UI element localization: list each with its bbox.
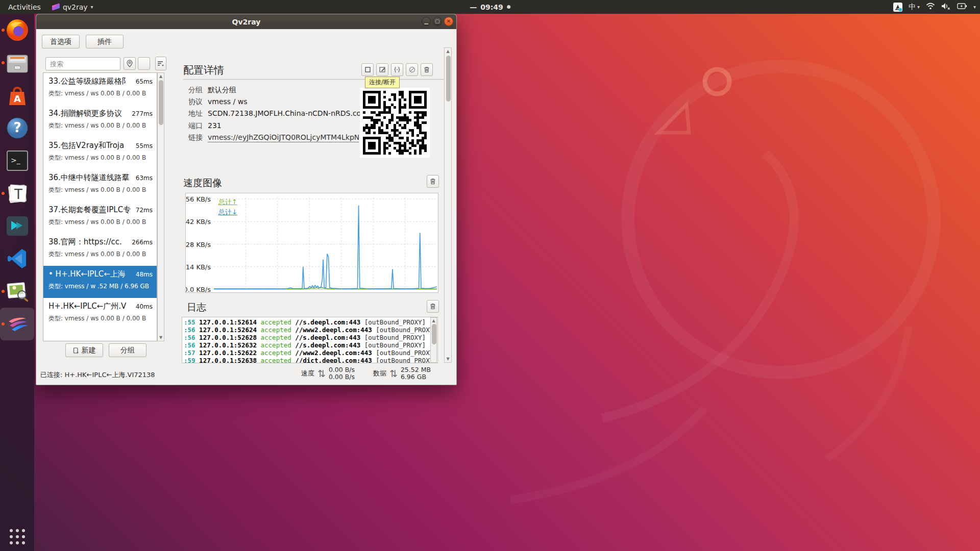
server-list-scrollbar[interactable]: ▲ ▼ bbox=[157, 72, 164, 341]
stop-icon bbox=[365, 67, 371, 72]
window-titlebar[interactable]: Qv2ray ▁ ▢ ✕ bbox=[36, 14, 456, 29]
dock-item-file-manager[interactable] bbox=[0, 46, 34, 79]
field-value: SCDN.72138.JMOFLH.China-nCDN-nRDS.com bbox=[208, 109, 368, 118]
data-status: 数据 ⇅ 25.52 MB 6.96 GB bbox=[373, 366, 431, 381]
scrollbar-thumb[interactable] bbox=[446, 56, 451, 102]
clock-dash: — bbox=[470, 3, 477, 11]
server-list-item[interactable]: 35.包括V2ray和Troja55ms类型: vmess / ws 0.00 … bbox=[43, 137, 157, 169]
firefox-icon bbox=[5, 17, 30, 43]
dock-item-help[interactable]: ? bbox=[0, 112, 34, 144]
server-name: 37.长期套餐覆盖IPLC专 bbox=[48, 205, 134, 215]
svg-text:>_: >_ bbox=[11, 156, 21, 164]
delete-connection-button[interactable] bbox=[421, 63, 433, 76]
trash-icon bbox=[430, 178, 436, 185]
server-type-traffic: 类型: vmess / ws 0.00 B / 0.00 B bbox=[48, 89, 153, 98]
server-ping: 266ms bbox=[132, 239, 153, 246]
dock-item-text-editor[interactable]: T bbox=[0, 177, 34, 210]
server-list-item[interactable]: 34.捐贈解锁更多协议277ms类型: vmess / ws 0.00 B / … bbox=[43, 105, 157, 137]
activities-button[interactable]: Activities bbox=[6, 3, 43, 11]
input-method-icon[interactable] bbox=[893, 3, 902, 12]
dock-item-ubuntu-software[interactable]: A bbox=[0, 79, 34, 112]
server-ping: 40ms bbox=[136, 303, 153, 310]
scroll-down-icon[interactable]: ▼ bbox=[158, 335, 164, 340]
dock-item-dev-app[interactable] bbox=[0, 210, 34, 242]
wifi-icon[interactable] bbox=[926, 2, 935, 12]
speed-status: 速度 ⇅ 0.00 B/s 0.00 B/s bbox=[301, 366, 355, 381]
connect-disconnect-button[interactable] bbox=[361, 63, 374, 76]
preferences-button[interactable]: 首选项 bbox=[42, 35, 80, 48]
svg-text:?: ? bbox=[13, 120, 21, 135]
server-type-traffic: 类型: vmess / ws 0.00 B / 0.00 B bbox=[48, 218, 153, 227]
server-name: 38.官网：https://cc. bbox=[48, 237, 130, 247]
plugins-button[interactable]: 插件 bbox=[86, 35, 124, 48]
scroll-up-icon[interactable]: ▲ bbox=[158, 74, 164, 79]
system-menu-chevron-icon[interactable]: ▾ bbox=[973, 4, 976, 10]
ubuntu-software-icon: A bbox=[5, 83, 30, 108]
server-type-traffic: 类型: vmess / ws 0.00 B / 0.00 B bbox=[48, 250, 153, 259]
legend-total-down[interactable]: 总计↓ bbox=[218, 208, 237, 217]
field-value[interactable]: vmess://eyJhZGQiOiJTQ0ROLjcyMTM4LkpNT0ZM… bbox=[208, 133, 359, 142]
dock-item-vscode[interactable] bbox=[0, 242, 34, 275]
server-name: • H+.HK←IPLC←上海 bbox=[48, 269, 134, 279]
edit-connection-button[interactable] bbox=[376, 63, 388, 76]
scrollbar-thumb[interactable] bbox=[159, 80, 163, 125]
groups-button[interactable]: 分组 bbox=[109, 343, 146, 357]
clear-usage-button[interactable] bbox=[138, 57, 150, 70]
detail-field: 分组默认分组 bbox=[188, 86, 236, 95]
server-list-item[interactable]: 36.中继中转隧道线路羣63ms类型: vmess / ws 0.00 B / … bbox=[43, 169, 157, 202]
server-name: 35.包括V2ray和Troja bbox=[48, 141, 134, 151]
field-value: vmess / ws bbox=[208, 97, 248, 107]
latency-test-button[interactable] bbox=[124, 57, 136, 70]
scrollbar-thumb[interactable] bbox=[432, 324, 436, 344]
speed-up-value: 0.00 B/s bbox=[329, 366, 355, 373]
close-button[interactable]: ✕ bbox=[444, 17, 453, 26]
detail-field: 协议vmess / ws bbox=[188, 97, 248, 107]
dock-item-firefox[interactable] bbox=[0, 14, 34, 46]
log-line: :56 127.0.0.1:52628 accepted //s.deepl.c… bbox=[184, 334, 437, 341]
scroll-up-icon[interactable]: ▲ bbox=[431, 318, 436, 323]
clear-log-button[interactable] bbox=[427, 300, 439, 313]
log-scrollbar[interactable]: ▲ bbox=[430, 317, 437, 363]
trash-icon bbox=[424, 66, 430, 73]
detail-field: 链接vmess://eyJhZGQiOiJTQ0ROLjcyMTM4LkpNT0… bbox=[188, 133, 359, 142]
volume-muted-icon[interactable] bbox=[941, 2, 951, 12]
server-list-item[interactable]: • H+.HK←IPLC←上海48ms类型: vmess / w .52 MB … bbox=[43, 266, 157, 298]
share-link-button[interactable] bbox=[406, 63, 418, 76]
log-output[interactable]: :55 127.0.0.1:52614 accepted //s.deepl.c… bbox=[182, 317, 438, 363]
dock-item-qv2ray[interactable] bbox=[0, 308, 34, 340]
dock-item-terminal[interactable]: >_ bbox=[0, 144, 34, 177]
input-method-indicator[interactable]: 中 ▾ bbox=[909, 3, 920, 12]
clock[interactable]: — 09:49 bbox=[470, 3, 510, 11]
terminal-icon: >_ bbox=[5, 148, 30, 173]
scroll-down-icon[interactable]: ▼ bbox=[445, 357, 451, 361]
clear-graph-button[interactable] bbox=[427, 175, 439, 188]
field-value: 231 bbox=[208, 121, 222, 131]
image-viewer-icon bbox=[5, 279, 30, 304]
server-list-item[interactable]: H+.HK←IPLC←广州.V40ms类型: vmess / ws 0.00 B… bbox=[43, 298, 157, 330]
server-list-item[interactable]: 37.长期套餐覆盖IPLC专72ms类型: vmess / ws 0.00 B … bbox=[43, 202, 157, 234]
window-scrollbar[interactable]: ▲ ▼ bbox=[444, 47, 452, 363]
desktop: Activities qv2ray ▾ — 09:49 中 ▾ bbox=[0, 0, 980, 551]
server-ping: 55ms bbox=[136, 142, 153, 149]
scroll-up-icon[interactable]: ▲ bbox=[445, 49, 451, 54]
server-list-item[interactable]: 38.官网：https://cc.266ms类型: vmess / ws 0.0… bbox=[43, 234, 157, 266]
app-menu[interactable]: qv2ray ▾ bbox=[52, 3, 93, 11]
dock-item-image-viewer[interactable] bbox=[0, 275, 34, 308]
server-type-traffic: 类型: vmess / w .52 MB / 6.96 GB bbox=[48, 282, 153, 291]
disabled-circle-icon bbox=[409, 66, 415, 73]
show-apps-button[interactable] bbox=[0, 525, 34, 548]
new-connection-button[interactable]: 新建 bbox=[65, 343, 103, 357]
log-line: :56 127.0.0.1:52632 accepted //s.deepl.c… bbox=[184, 341, 437, 349]
sort-button[interactable] bbox=[155, 57, 166, 70]
maximize-button[interactable]: ▢ bbox=[433, 17, 442, 26]
updown-arrows-icon: ⇅ bbox=[317, 368, 326, 379]
json-braces-icon bbox=[394, 66, 401, 73]
detail-field: 端口231 bbox=[188, 121, 222, 131]
search-input[interactable] bbox=[45, 57, 120, 70]
sort-icon bbox=[157, 60, 164, 67]
battery-icon[interactable] bbox=[957, 3, 967, 11]
minimize-button[interactable]: ▁ bbox=[422, 17, 431, 26]
legend-total-up[interactable]: 总计↑ bbox=[218, 197, 237, 207]
server-list-item[interactable]: 33.公益等级線路嚴格阝65ms类型: vmess / ws 0.00 B / … bbox=[43, 73, 157, 105]
edit-json-button[interactable] bbox=[391, 63, 403, 76]
